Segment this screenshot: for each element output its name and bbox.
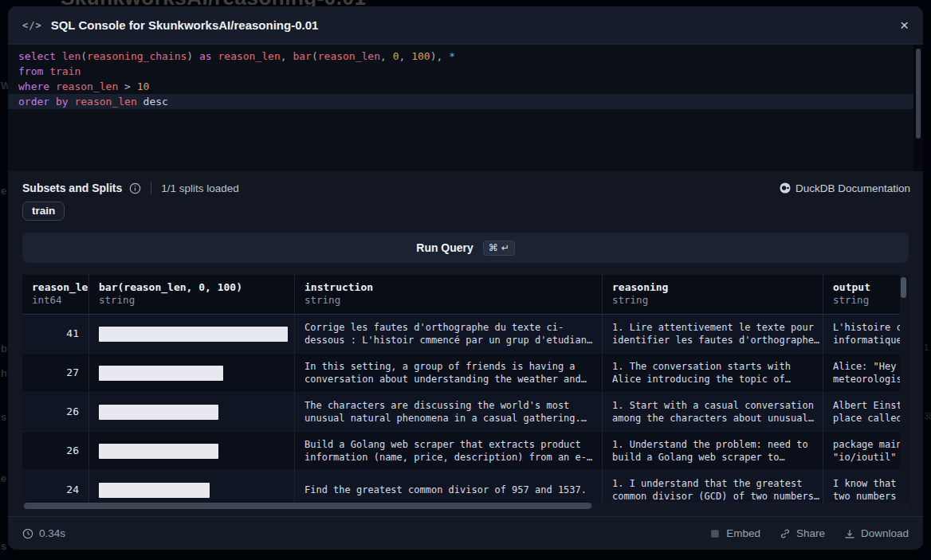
run-query-button[interactable]: Run Query ⌘ ↵ bbox=[22, 233, 909, 263]
cell-reasoning: 1. Understand the problem: need to build… bbox=[602, 432, 823, 470]
embed-label: Embed bbox=[726, 527, 760, 539]
background-text-fragment: e bbox=[1, 185, 6, 197]
embed-button[interactable]: Embed bbox=[709, 527, 760, 539]
keyboard-shortcut-badge: ⌘ ↵ bbox=[483, 241, 515, 256]
run-query-label: Run Query bbox=[416, 241, 473, 254]
splits-chips-row: train bbox=[8, 194, 923, 221]
cell-reason-len: 26 bbox=[22, 393, 88, 431]
subsets-row: Subsets and Splits 1/1 splits loaded Duc… bbox=[8, 171, 923, 194]
duckdb-logo-icon bbox=[780, 182, 791, 194]
cell-reasoning: 1. Start with a casual conversation amon… bbox=[602, 393, 823, 431]
table-vscrollbar-track bbox=[900, 275, 908, 503]
column-name: bar(reason_len, 0, 100) bbox=[99, 281, 285, 293]
table-hscrollbar-track bbox=[22, 503, 909, 509]
cell-reason-len: 24 bbox=[22, 471, 88, 503]
embed-icon bbox=[709, 528, 721, 539]
share-button[interactable]: Share bbox=[780, 527, 825, 539]
column-header-output: outputstring bbox=[823, 275, 902, 314]
editor-scrollbar-thumb[interactable] bbox=[916, 49, 921, 139]
close-icon[interactable]: × bbox=[900, 18, 909, 33]
value-bar bbox=[99, 327, 288, 342]
table-row: 41Corrige les fautes d'orthographe du te… bbox=[22, 315, 902, 354]
column-type: string bbox=[304, 294, 592, 306]
cell-bar bbox=[88, 393, 294, 431]
cell-instruction: In this setting, a group of friends is h… bbox=[294, 354, 602, 392]
column-type: int64 bbox=[32, 294, 79, 306]
sql-editor[interactable]: select len(reasoning_chains) as reason_l… bbox=[8, 45, 923, 171]
sql-code-line: from train bbox=[8, 64, 923, 79]
value-bar bbox=[99, 366, 223, 381]
cell-reasoning: 1. I understand that the greatest common… bbox=[602, 471, 823, 503]
sql-console-modal: </> SQL Console for SkunkworksAI/reasoni… bbox=[8, 6, 923, 550]
table-row: 24Find the greatest common divisor of 95… bbox=[22, 471, 902, 503]
cell-output: Albert Einste place called bbox=[823, 393, 902, 431]
value-bar bbox=[99, 405, 218, 420]
column-name: instruction bbox=[304, 281, 592, 293]
duckdb-docs-label: DuckDB Documentation bbox=[795, 182, 910, 194]
split-chip-train[interactable]: train bbox=[22, 202, 65, 221]
cell-reason-len: 41 bbox=[22, 315, 88, 353]
column-type: string bbox=[833, 294, 893, 306]
background-text-fragment: 38 bbox=[924, 411, 931, 421]
background-text-fragment: 1 bbox=[924, 343, 929, 352]
editor-scrollbar-track bbox=[913, 45, 923, 171]
value-bar bbox=[99, 483, 210, 498]
divider bbox=[151, 182, 151, 194]
background-text-fragment: s bbox=[1, 411, 6, 423]
info-icon[interactable] bbox=[129, 182, 141, 194]
table-header-row: reason_lenint64bar(reason_len, 0, 100)st… bbox=[22, 275, 902, 315]
cell-output: I know that t two numbers i bbox=[823, 471, 902, 503]
column-name: reason_len bbox=[32, 281, 79, 293]
modal-header: </> SQL Console for SkunkworksAI/reasoni… bbox=[8, 6, 923, 45]
download-icon bbox=[844, 528, 855, 539]
table-row: 26The characters are discussing the worl… bbox=[22, 393, 902, 432]
clock-icon bbox=[22, 528, 33, 539]
download-label: Download bbox=[861, 527, 909, 539]
column-name: output bbox=[833, 281, 893, 293]
results-table: reason_lenint64bar(reason_len, 0, 100)st… bbox=[22, 275, 909, 503]
cell-bar bbox=[88, 471, 294, 503]
cell-instruction: Find the greatest common divisor of 957 … bbox=[294, 471, 602, 503]
background-text-fragment: b bbox=[1, 343, 7, 354]
cell-output: Alice: "Hey g meteorologist bbox=[823, 354, 902, 392]
modal-title: SQL Console for SkunkworksAI/reasoning-0… bbox=[51, 18, 319, 32]
cell-bar bbox=[88, 354, 294, 392]
code-icon: </> bbox=[22, 20, 42, 31]
cell-reason-len: 26 bbox=[22, 432, 88, 470]
cell-output: package main "io/ioutil" " bbox=[823, 432, 902, 470]
cell-reasoning: 1. Lire attentivement le texte pour iden… bbox=[602, 315, 823, 353]
cell-bar bbox=[88, 315, 294, 353]
column-header-instruction: instructionstring bbox=[294, 275, 602, 314]
sql-code-line: where reason_len > 10 bbox=[8, 79, 923, 94]
run-query-row: Run Query ⌘ ↵ bbox=[22, 233, 909, 263]
sql-code: select len(reasoning_chains) as reason_l… bbox=[8, 49, 923, 109]
column-header-reason-len: reason_lenint64 bbox=[22, 275, 88, 314]
modal-footer: 0.34s Embed Share Down bbox=[8, 516, 923, 550]
cell-reason-len: 27 bbox=[22, 354, 88, 392]
duration-value: 0.34s bbox=[39, 527, 65, 539]
share-label: Share bbox=[796, 527, 825, 539]
cell-instruction: Corrige les fautes d'orthographe du text… bbox=[294, 315, 602, 353]
splits-loaded-status: 1/1 splits loaded bbox=[161, 182, 239, 194]
sql-code-line: order by reason_len desc bbox=[8, 94, 923, 109]
table-vscrollbar-thumb[interactable] bbox=[901, 277, 906, 298]
cell-reasoning: 1. The conversation starts with Alice in… bbox=[602, 354, 823, 392]
duckdb-docs-link[interactable]: DuckDB Documentation bbox=[780, 182, 910, 194]
cell-instruction: The characters are discussing the world'… bbox=[294, 393, 602, 431]
table-row: 27In this setting, a group of friends is… bbox=[22, 354, 902, 393]
column-type: string bbox=[99, 294, 285, 306]
sql-code-line: select len(reasoning_chains) as reason_l… bbox=[8, 49, 923, 64]
footer-actions: Embed Share Download bbox=[709, 527, 909, 539]
column-type: string bbox=[612, 294, 813, 306]
background-text-fragment: h bbox=[1, 367, 7, 379]
column-name: reasoning bbox=[612, 281, 813, 293]
background-text-fragment: s bbox=[1, 540, 6, 552]
cell-bar bbox=[88, 432, 294, 470]
query-duration: 0.34s bbox=[22, 527, 65, 539]
subsets-label: Subsets and Splits bbox=[22, 182, 122, 194]
cell-instruction: Build a Golang web scraper that extracts… bbox=[294, 432, 602, 470]
download-button[interactable]: Download bbox=[844, 527, 909, 539]
table-hscrollbar-thumb[interactable] bbox=[24, 503, 591, 509]
cell-output: L'histoire co informatique bbox=[823, 315, 902, 353]
background-text-fragment: e bbox=[1, 472, 6, 484]
